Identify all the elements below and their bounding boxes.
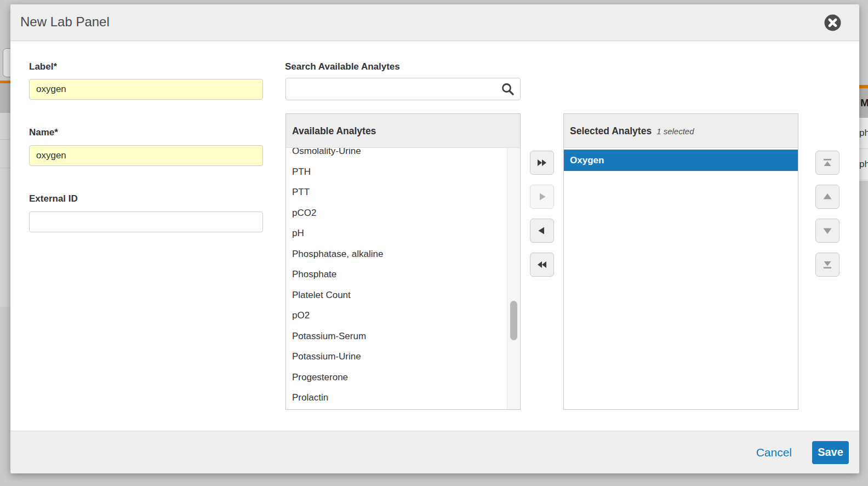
background-row-fragment: ph [859,118,868,149]
list-item[interactable]: pH [286,223,520,244]
name-field-label: Name* [29,127,58,138]
name-input[interactable] [29,145,263,166]
dialog-footer: Cancel Save [10,431,859,473]
list-item[interactable]: pO2 [286,305,520,326]
list-item[interactable]: Potassium-Urine [286,346,520,367]
move-up-icon [822,191,833,202]
move-to-bottom-icon [822,259,833,270]
list-item[interactable]: Oxygen [564,150,798,171]
double-arrow-right-icon [536,157,548,168]
save-button[interactable]: Save [812,441,849,464]
move-left-button[interactable] [530,219,554,243]
list-item[interactable]: Phosphatase, alkaline [286,244,520,265]
list-item[interactable]: pCO2 [286,203,520,224]
screen: M ph ph New Lab Panel Label* Name* Exter… [0,0,868,486]
move-up-button[interactable] [815,185,840,209]
label-field-label: Label* [29,61,57,72]
cancel-button[interactable]: Cancel [756,446,792,459]
selected-analytes-box: Selected Analytes1 selected Oxygen [563,113,798,410]
background-row-fragment: ph [859,149,868,180]
circle-x-icon [824,14,841,31]
list-item[interactable]: Osmolality-Urine [286,148,520,162]
move-all-left-button[interactable] [530,253,554,277]
arrow-left-icon [536,225,547,236]
search-field [285,78,521,100]
dialog-title: New Lab Panel [20,14,110,30]
list-item[interactable]: Potassium-Serum [286,326,520,347]
arrow-right-icon [536,191,547,202]
close-button[interactable] [824,14,841,31]
move-to-top-icon [822,157,833,168]
selected-analytes-title: Selected Analytes [570,125,652,136]
available-analytes-header: Available Analytes [286,114,520,148]
move-down-button[interactable] [815,219,840,243]
available-analytes-box: Available Analytes Osmolality-UrinePTHPT… [285,113,521,410]
move-to-top-button[interactable] [815,151,840,175]
list-item[interactable]: PTH [286,162,520,182]
move-to-bottom-button[interactable] [815,253,840,277]
selected-count-label: 1 selected [656,127,694,136]
move-right-button[interactable] [530,185,554,209]
available-list-scrollbar[interactable] [507,148,520,409]
search-available-analytes-label: Search Available Analytes [285,61,400,72]
list-item[interactable]: Prolactin [286,387,520,408]
dialog-header: New Lab Panel [10,4,859,41]
background-table-header-right: M [859,88,868,118]
background-table-rows-right: ph ph [859,118,868,181]
new-lab-panel-dialog: New Lab Panel Label* Name* External ID S… [10,4,859,473]
move-down-icon [822,225,833,236]
external-id-field-label: External ID [29,193,78,204]
double-arrow-left-icon [536,259,548,270]
selected-analytes-list: Oxygen [564,148,798,410]
background-table-header-left [0,83,10,113]
label-input[interactable] [29,79,263,100]
background-table-rows-left [0,113,10,307]
move-all-right-button[interactable] [530,151,554,175]
external-id-input[interactable] [29,211,263,232]
selected-analytes-header: Selected Analytes1 selected [564,114,798,148]
list-item[interactable]: Phosphate [286,264,520,285]
list-item[interactable]: PTT [286,182,520,203]
scrollbar-thumb[interactable] [510,301,517,340]
list-item[interactable]: Progesterone [286,367,520,388]
search-input[interactable] [285,78,521,100]
list-item[interactable]: Platelet Count [286,285,520,306]
available-analytes-list: Osmolality-UrinePTHPTTpCO2pHPhosphatase,… [286,148,520,410]
